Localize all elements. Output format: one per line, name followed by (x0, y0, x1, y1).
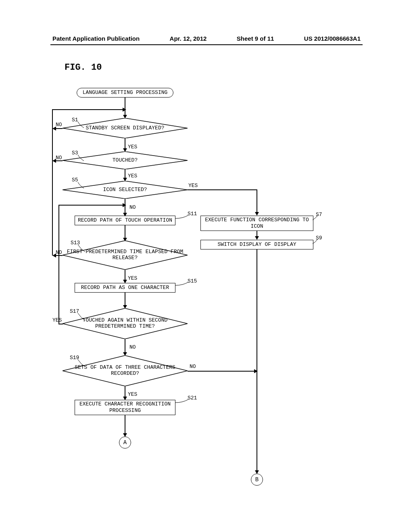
step-label-s1: S1 (72, 117, 78, 123)
process-s9-text: SWITCH DISPLAY OF DISPLAY (217, 241, 296, 248)
process-s7-text: EXECUTE FUNCTION CORRESPONDING TO ICON (203, 217, 311, 229)
connector-a: A (119, 436, 131, 449)
process-s11: RECORD PATH OF TOUCH OPERATION (75, 216, 175, 225)
publication-type: Patent Application Publication (52, 35, 140, 42)
no-label: NO (56, 122, 62, 128)
arrow-line (188, 189, 257, 190)
arrow-line (58, 205, 125, 206)
arrow-head-icon (123, 203, 126, 207)
no-label: NO (56, 155, 62, 161)
step-label-s5: S5 (72, 177, 78, 183)
arrow-head-icon (255, 236, 259, 240)
sheet-number: Sheet 9 of 11 (237, 35, 274, 42)
yes-label: YES (52, 317, 62, 323)
arrow-head-icon (123, 108, 126, 112)
process-s9: SWITCH DISPLAY OF DISPLAY (200, 240, 313, 249)
yes-label: YES (188, 183, 198, 189)
arrow-line (56, 160, 63, 161)
arrow-head-icon (52, 254, 56, 258)
process-s21-text: EXECUTE CHARACTER RECOGNITION PROCESSING (77, 401, 173, 414)
process-s7: EXECUTE FUNCTION CORRESPONDING TO ICON (200, 216, 313, 231)
arrow-line (52, 109, 125, 110)
start-label: LANGUAGE SETTING PROCESSING (83, 89, 168, 96)
arrow-line (56, 255, 63, 256)
header-divider (50, 44, 363, 45)
no-label: NO (190, 364, 196, 370)
arrow-head-icon (52, 127, 56, 131)
step-label-s3: S3 (72, 150, 78, 156)
publication-date: Apr. 12, 2012 (170, 35, 207, 42)
arrow-line (58, 205, 59, 324)
arrow-head-icon (254, 369, 258, 373)
connector-a-label: A (123, 439, 127, 446)
figure-label: FIG. 10 (65, 62, 102, 73)
yes-label: YES (128, 275, 137, 281)
process-s15-text: RECORD PATH AS ONE CHARACTER (81, 285, 169, 291)
connector-b: B (251, 474, 263, 486)
process-s11-text: RECORD PATH OF TOUCH OPERATION (78, 217, 172, 224)
arrow-line (188, 371, 257, 372)
page-header: Patent Application Publication Apr. 12, … (0, 35, 413, 42)
arrow-head-icon (255, 212, 259, 216)
publication-number: US 2012/0086663A1 (304, 35, 361, 42)
arrow-head-icon (52, 159, 56, 163)
arrow-line (257, 249, 257, 473)
flowchart-diagram: LANGUAGE SETTING PROCESSING STANDBY SCRE… (54, 87, 357, 494)
arrow-line (58, 324, 63, 324)
no-label: NO (129, 344, 136, 350)
process-s21: EXECUTE CHARACTER RECOGNITION PROCESSING (75, 400, 175, 415)
arrow-line (56, 128, 63, 129)
arrow-line (257, 189, 257, 215)
yes-label: YES (128, 144, 137, 150)
process-s15: RECORD PATH AS ONE CHARACTER (75, 283, 175, 293)
yes-label: YES (128, 391, 137, 397)
connector-b-label: B (255, 476, 259, 483)
arrow-line (52, 109, 53, 256)
no-label: NO (129, 204, 136, 210)
yes-label: YES (128, 173, 137, 179)
start-terminator: LANGUAGE SETTING PROCESSING (77, 88, 173, 98)
